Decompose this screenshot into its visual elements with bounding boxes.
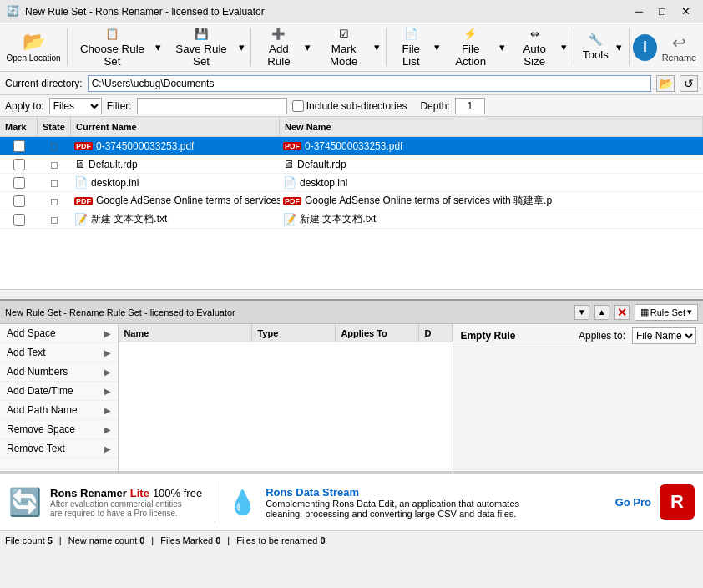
files-marked-value: 0 [215, 535, 220, 545]
list-item[interactable]: Remove Space ▶ [0, 420, 118, 439]
remove-text-arrow: ▶ [104, 444, 111, 454]
mark-cell[interactable] [0, 195, 38, 207]
rename-icon: ↩ [672, 33, 686, 53]
table-row[interactable]: ◻ 🖥 Default.rdp 🖥 Default.rdp [0, 155, 703, 174]
table-row[interactable]: ◻ PDF 0-3745000033253.pdf PDF 0-37450000… [0, 137, 703, 155]
state-column-header: State [38, 117, 71, 136]
app-info: Rons Renamer Lite 100% free After evalua… [50, 487, 202, 518]
rule-table-header: Name Type Applies To D [119, 324, 453, 342]
tools-dropdown[interactable]: ▾ [614, 25, 625, 69]
open-location-button[interactable]: 📂 Open Location [3, 25, 63, 69]
file-action-button[interactable]: ⚡ File Action [444, 25, 498, 69]
info-button[interactable]: i [633, 34, 657, 61]
applies-col-header: Applies To [336, 324, 419, 342]
mark-cell[interactable] [0, 177, 38, 189]
applies-to-label: Applies to: [579, 330, 625, 342]
include-subdirs-checkbox[interactable] [292, 100, 304, 112]
go-pro-button[interactable]: Go Pro [615, 496, 651, 509]
current-filename: Default.rdp [89, 159, 138, 170]
add-path-name-label: Add Path Name [7, 404, 78, 416]
save-rule-set-button[interactable]: 💾 Save Rule Set [165, 25, 236, 69]
mark-cell[interactable] [0, 140, 38, 152]
toolbar: 📂 Open Location 📋 Choose Rule Set ▾ 💾 Sa… [0, 23, 703, 72]
new-filename: 新建 文本文档.txt [300, 212, 376, 226]
list-item[interactable]: Add Path Name ▶ [0, 401, 118, 420]
empty-rule-panel: Empty Rule Applies to: File Name Extensi… [453, 324, 703, 471]
table-row[interactable]: ◻ 📝 新建 文本文档.txt 📝 新建 文本文档.txt [0, 210, 703, 229]
list-item[interactable]: Add Text ▶ [0, 343, 118, 362]
mark-cell[interactable] [0, 159, 38, 170]
ad-desc: Complementing Rons Data Edit, an applica… [266, 499, 549, 519]
include-subdirs-label: Include sub-directories [292, 100, 407, 112]
mark-cell[interactable] [0, 214, 38, 226]
list-item[interactable]: Remove Text ▶ [0, 439, 118, 459]
filter-input[interactable] [137, 98, 287, 114]
save-rule-set-icon: 💾 [195, 28, 209, 40]
file-list-dropdown[interactable]: ▾ [432, 25, 442, 69]
tools-button[interactable]: 🔧 Tools [577, 25, 614, 69]
current-filename: desktop.ini [91, 177, 139, 189]
ini-icon-new: 📄 [283, 176, 296, 189]
rule-set-button[interactable]: ▦ Rule Set ▾ [635, 304, 698, 321]
info-icon: i [643, 38, 647, 56]
ad-bar: 🔄 Rons Renamer Lite 100% free After eval… [0, 472, 703, 530]
directory-input[interactable] [88, 75, 651, 92]
mark-checkbox[interactable] [13, 140, 25, 152]
current-name-cell: 📄 desktop.ini [71, 176, 280, 189]
file-list-button[interactable]: 📄 File List [390, 25, 432, 69]
ad-small-text: After evaluation commercial entitiesare … [50, 499, 202, 518]
table-row[interactable]: ◻ 📄 desktop.ini 📄 desktop.ini [0, 174, 703, 192]
files-renamed-label: Files to be renamed [236, 535, 317, 545]
ad-title[interactable]: Rons Data Stream [266, 486, 549, 499]
rule-nav-up-button[interactable]: ▲ [594, 305, 609, 320]
apply-bar: Apply to: Files Folders Both Filter: Inc… [0, 95, 703, 117]
apply-to-select[interactable]: Files Folders Both [49, 98, 102, 114]
choose-rule-set-dropdown[interactable]: ▾ [154, 25, 164, 69]
mark-mode-dropdown[interactable]: ▾ [372, 25, 382, 69]
separator-2 [250, 28, 251, 66]
file-action-dropdown[interactable]: ▾ [498, 25, 508, 69]
state-cell: ◻ [38, 140, 71, 152]
add-numbers-arrow: ▶ [104, 368, 111, 377]
refresh-button[interactable]: ↺ [680, 75, 698, 92]
current-name-column-header: Current Name [71, 117, 280, 136]
pdf-icon-current: PDF [74, 197, 93, 205]
files-renamed-item: Files to be renamed 0 [236, 535, 325, 545]
new-name-cell: PDF Google AdSense Online terms of servi… [280, 194, 703, 208]
free-label: 100% free [153, 487, 202, 499]
separator-3 [386, 28, 387, 66]
browse-folder-button[interactable]: 📂 [656, 75, 675, 92]
applies-to-select[interactable]: File Name Extension Both [632, 327, 696, 344]
auto-size-dropdown[interactable]: ▾ [559, 25, 569, 69]
save-rule-set-dropdown[interactable]: ▾ [237, 25, 247, 69]
list-item[interactable]: Add Date/Time ▶ [0, 382, 118, 401]
minimize-button[interactable]: ─ [628, 3, 650, 21]
current-name-cell: 🖥 Default.rdp [71, 158, 280, 170]
auto-size-button[interactable]: ⇔ Auto Size [509, 25, 559, 69]
mark-checkbox[interactable] [13, 159, 25, 170]
file-count-label: File count [5, 535, 45, 545]
list-item[interactable]: Add Numbers ▶ [0, 362, 118, 382]
remove-space-label: Remove Space [7, 423, 75, 435]
list-item[interactable]: Add Space ▶ [0, 324, 118, 343]
status-separator-1: | [59, 535, 62, 545]
rule-delete-button[interactable]: ✕ [614, 305, 630, 320]
add-rule-dropdown[interactable]: ▾ [303, 25, 313, 69]
mark-checkbox[interactable] [13, 214, 25, 226]
depth-input[interactable] [455, 98, 485, 114]
current-name-cell: PDF Google AdSense Online terms of servi… [71, 194, 280, 208]
new-name-count-label: New name count [68, 535, 138, 545]
table-row[interactable]: ◻ PDF Google AdSense Online terms of ser… [0, 192, 703, 210]
rule-nav-down-button[interactable]: ▼ [574, 305, 589, 320]
horizontal-scrollbar[interactable] [0, 289, 703, 299]
tools-group: 🔧 Tools ▾ [577, 25, 625, 69]
add-rule-button[interactable]: ➕ Add Rule [255, 25, 303, 69]
txt-icon-new: 📝 [283, 213, 296, 226]
mark-checkbox[interactable] [13, 195, 25, 207]
state-cell: ◻ [38, 177, 71, 189]
mark-mode-button[interactable]: ☑ Mark Mode [315, 25, 372, 69]
close-button[interactable]: ✕ [675, 3, 696, 21]
maximize-button[interactable]: □ [651, 3, 673, 21]
choose-rule-set-button[interactable]: 📋 Choose Rule Set [71, 25, 154, 69]
mark-checkbox[interactable] [13, 177, 25, 189]
